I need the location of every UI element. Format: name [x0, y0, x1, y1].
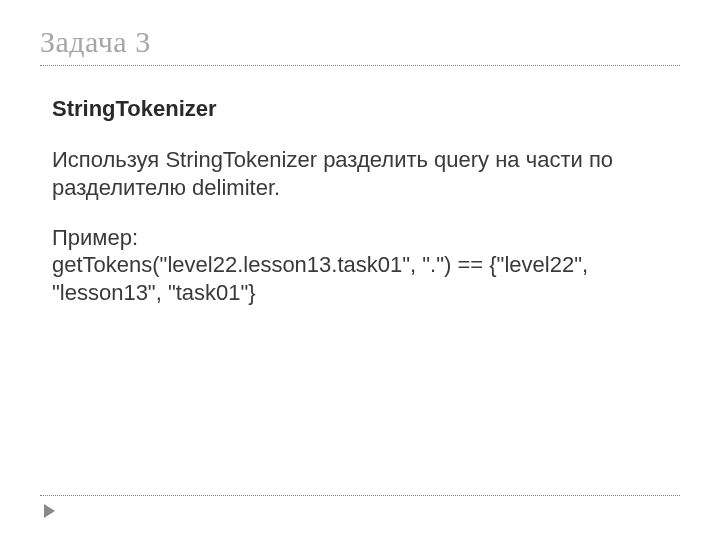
content-description: Используя StringTokenizer разделить quer… — [52, 146, 652, 201]
slide-title: Задача 3 — [40, 25, 680, 59]
divider-bottom — [40, 495, 680, 496]
content-subtitle: StringTokenizer — [52, 96, 680, 122]
arrow-right-icon — [44, 504, 55, 518]
slide-footer — [40, 495, 680, 518]
slide-content: StringTokenizer Используя StringTokenize… — [40, 96, 680, 306]
example-code: getTokens("level22.lesson13.task01", "."… — [52, 251, 652, 306]
divider-top — [40, 65, 680, 66]
example-label: Пример: — [52, 225, 680, 251]
slide-container: Задача 3 StringTokenizer Используя Strin… — [0, 0, 720, 540]
